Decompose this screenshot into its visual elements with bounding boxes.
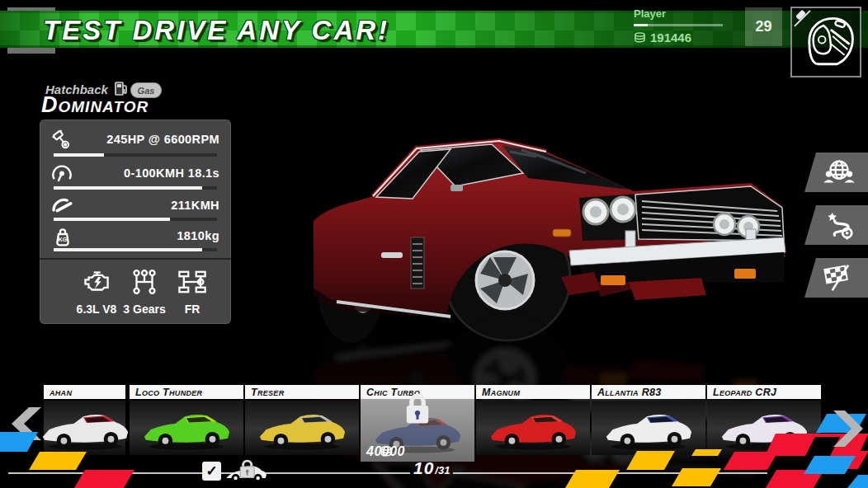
promo-banner-title: TEST DRIVE ANY CAR! — [43, 15, 389, 46]
stat-row-power: 245HP @ 6600RPM — [48, 128, 223, 152]
profile-helmet-button[interactable] — [790, 7, 861, 77]
stat-weight-value: 1810kg — [177, 229, 219, 242]
piston-icon — [50, 128, 74, 156]
car-card-name: ahan — [44, 387, 72, 398]
stat-row-acceleration: 0-100KMH 18.1s — [48, 162, 223, 186]
coin-icon — [380, 446, 392, 458]
stat-weight-bar — [54, 248, 217, 251]
edit-pencil-icon — [795, 11, 810, 26]
car-card-thumbnail — [44, 401, 125, 455]
player-level-badge: 29 — [745, 7, 782, 46]
car-counter: 10 /31 — [413, 458, 450, 478]
car-card-name: Allantia R83 — [592, 387, 662, 398]
locked-cars-filter-icon — [224, 458, 267, 486]
car-card-name-bar: Magnum — [476, 385, 590, 399]
car-name-title: Dominator — [41, 92, 149, 118]
stat-acceleration-value: 0-100KMH 18.1s — [124, 167, 219, 180]
bottom-divider-right — [453, 472, 767, 474]
car-card[interactable]: Loco Thunder — [130, 385, 243, 455]
spec-drivetrain-label: FR — [163, 303, 221, 316]
svg-text:KG: KG — [59, 237, 67, 242]
car-card[interactable]: Allantia R83 — [592, 385, 705, 455]
spec-drivetrain: FR — [163, 266, 221, 316]
car-card[interactable]: Chic Turbo — [361, 385, 474, 462]
car-card-thumbnail — [592, 401, 705, 455]
stat-power-value: 245HP @ 6600RPM — [106, 133, 219, 146]
stat-topspeed-bar — [54, 218, 217, 221]
player-xp-fill — [634, 24, 648, 26]
car-card-thumbnail — [130, 401, 243, 455]
engine-icon — [80, 266, 113, 298]
car-card-name-bar: ahan — [44, 385, 125, 399]
race-flag-button[interactable] — [804, 258, 868, 298]
car-card-name-bar: Loco Thunder — [130, 385, 243, 399]
car-card-name-bar: Leopard CRJ — [707, 385, 821, 399]
car-carousel: ahan — [0, 385, 868, 463]
car-card-name-bar: Allantia R83 — [592, 385, 705, 399]
helmet-icon — [792, 8, 860, 76]
car-card-name: Loco Thunder — [130, 387, 202, 398]
stat-acceleration-bar — [54, 186, 217, 190]
car-price: 40000 — [366, 444, 405, 459]
gearbox-icon — [128, 266, 161, 298]
player-currency-value: 191446 — [650, 30, 691, 45]
car-card-name: Leopard CRJ — [707, 387, 776, 398]
multiplayer-button[interactable] — [804, 152, 868, 192]
multiplayer-globe-icon — [822, 158, 856, 186]
coin-icon — [634, 32, 646, 44]
car-card-name: Magnum — [476, 387, 520, 398]
player-level-value: 29 — [755, 18, 771, 35]
car-card[interactable]: Leopard CRJ — [707, 385, 821, 455]
car-card-name-bar: Treser — [245, 385, 359, 399]
car-card-thumbnail — [476, 401, 590, 455]
car-counter-total: /31 — [435, 464, 450, 476]
car-card-thumbnail — [245, 401, 359, 455]
player-name: Player — [634, 7, 666, 20]
career-route-icon — [823, 210, 856, 240]
player-xp-bar — [634, 24, 723, 26]
car-counter-current: 10 — [413, 458, 434, 478]
career-route-button[interactable] — [804, 205, 868, 245]
panel-divider — [40, 258, 231, 260]
car-card[interactable]: ahan — [44, 385, 125, 455]
checkmark-icon: ✓ — [205, 462, 217, 480]
car-card-thumbnail — [707, 401, 821, 455]
car-card-thumbnail: 40000 — [361, 401, 474, 462]
game-screen: TEST DRIVE ANY CAR! Player 191446 29 — [0, 0, 868, 488]
stat-power-bar — [54, 153, 217, 157]
stat-row-topspeed: 211KMH — [48, 194, 223, 218]
car-card[interactable]: Treser — [245, 385, 359, 455]
player-currency: 191446 — [634, 30, 691, 45]
show-locked-checkbox[interactable]: ✓ — [202, 462, 221, 481]
race-flag-icon — [823, 263, 856, 293]
stat-row-weight: KG 1810kg — [48, 224, 223, 249]
car-stats-panel: 245HP @ 6600RPM 0-100KMH 18.1s 211KMH — [40, 120, 231, 324]
drivetrain-icon — [176, 266, 209, 298]
stat-topspeed-value: 211KMH — [171, 199, 219, 212]
accel-gauge-icon — [50, 162, 74, 190]
car-card-name: Treser — [245, 387, 284, 398]
car-card[interactable]: Magnum — [476, 385, 590, 455]
